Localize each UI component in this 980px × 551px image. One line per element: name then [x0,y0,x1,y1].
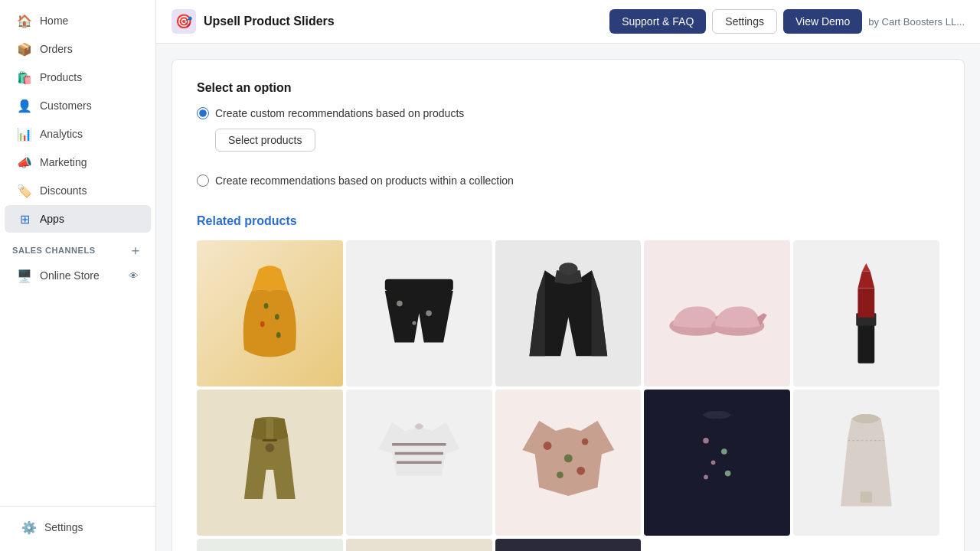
svg-rect-4 [385,279,453,291]
sidebar-item-customers-label: Customers [40,99,92,112]
product-card-3[interactable] [495,240,642,386]
product-card-2[interactable] [346,240,492,386]
product-card-5[interactable] [793,240,939,386]
discounts-icon: 🏷️ [17,183,32,198]
online-store-label: Online Store [40,269,100,282]
app-by-text: by Cart Boosters LL... [868,16,965,28]
svg-rect-14 [263,439,277,442]
sidebar-item-customers[interactable]: 👤 Customers [5,92,151,119]
apps-icon: ⊞ [17,211,32,227]
app-icon: 🎯 [172,9,196,34]
product-card-6[interactable] [197,390,343,536]
marketing-icon: 📣 [17,155,32,170]
select-products-wrapper: Select products [197,129,939,164]
sidebar-bottom: ⚙️ Settings [0,506,155,551]
option1-radio[interactable] [197,107,209,119]
settings-icon: ⚙️ [21,520,37,535]
svg-point-6 [426,311,432,317]
top-bar-actions: Support & FAQ Settings View Demo [609,9,862,34]
svg-point-3 [276,332,281,338]
svg-rect-29 [861,491,872,502]
view-demo-button[interactable]: View Demo [783,9,862,34]
svg-point-28 [704,474,709,479]
product-card-8[interactable] [495,390,642,536]
product-card-9[interactable] [644,390,790,536]
app-icon-emoji: 🎯 [175,13,192,30]
app-title: Upsell Product Sliders [204,15,335,28]
svg-point-23 [577,467,585,475]
product-card-1[interactable] [197,240,343,386]
product-card-10[interactable] [793,390,939,536]
sales-channels-title: SALES CHANNELS [12,246,96,255]
orders-icon: 📦 [17,41,32,57]
content-area: Select an option Create custom recommend… [156,44,980,551]
svg-point-1 [275,314,279,320]
sidebar-item-discounts[interactable]: 🏷️ Discounts [5,177,151,204]
svg-point-8 [559,262,577,275]
product-card-12[interactable] [346,539,492,551]
svg-point-22 [557,471,564,478]
svg-point-24 [704,438,710,444]
option2-radio[interactable] [197,174,209,187]
sidebar-nav: 🏠 Home 📦 Orders 🛍️ Products 👤 Customers … [0,0,155,506]
main-area: 🎯 Upsell Product Sliders Support & FAQ S… [156,0,980,551]
sidebar-item-orders[interactable]: 📦 Orders [5,35,151,63]
product-card-11[interactable] [197,539,343,551]
svg-rect-11 [858,321,875,364]
sidebar-item-apps[interactable]: ⊞ Apps [5,205,151,233]
svg-point-21 [581,439,588,445]
sidebar-item-settings-label: Settings [44,521,83,533]
support-faq-button[interactable]: Support & FAQ [609,9,706,34]
svg-rect-13 [858,289,875,318]
svg-point-26 [711,460,716,465]
select-option-title: Select an option [197,81,939,95]
sidebar-item-settings[interactable]: ⚙️ Settings [9,514,146,541]
analytics-icon: 📊 [17,126,32,142]
online-store-icon: 🖥️ [17,268,32,283]
top-bar: 🎯 Upsell Product Sliders Support & FAQ S… [156,0,980,44]
option2-label: Create recommendations based on products… [215,174,514,187]
sidebar-item-marketing-label: Marketing [40,156,87,168]
products-icon: 🛍️ [17,70,32,85]
sidebar: 🏠 Home 📦 Orders 🛍️ Products 👤 Customers … [0,0,156,551]
sales-channels-section: SALES CHANNELS ＋ [0,233,155,261]
sidebar-item-analytics-label: Analytics [40,128,83,140]
top-bar-right: Support & FAQ Settings View Demo by Cart… [609,9,965,34]
svg-point-20 [564,454,573,462]
related-products-title: Related products [197,214,939,228]
settings-button[interactable]: Settings [712,9,777,34]
home-icon: 🏠 [17,13,32,28]
svg-point-19 [543,442,551,450]
sidebar-item-home[interactable]: 🏠 Home [5,7,151,34]
sidebar-item-orders-label: Orders [40,43,73,55]
customers-icon: 👤 [17,98,32,113]
online-store-visibility-icon: 👁 [129,270,139,282]
sidebar-item-online-store[interactable]: 🖥️ Online Store 👁 [5,262,151,289]
svg-point-27 [725,471,731,477]
option1-label: Create custom recommendations based on p… [215,107,464,119]
sidebar-item-analytics[interactable]: 📊 Analytics [5,120,151,148]
select-products-button[interactable]: Select products [215,129,315,152]
products-grid [197,240,939,551]
sidebar-item-products[interactable]: 🛍️ Products [5,64,151,91]
svg-point-2 [260,321,265,328]
svg-point-0 [264,303,269,309]
content-card: Select an option Create custom recommend… [172,59,965,551]
option2-radio-group: Create recommendations based on products… [197,174,939,187]
app-title-area: 🎯 Upsell Product Sliders [172,9,335,34]
svg-point-25 [722,448,728,455]
svg-point-7 [412,321,416,325]
sidebar-item-products-label: Products [40,71,82,83]
sidebar-item-home-label: Home [40,15,68,27]
sidebar-item-apps-label: Apps [40,213,64,225]
sidebar-item-discounts-label: Discounts [40,184,87,197]
svg-point-15 [266,443,274,452]
product-card-7[interactable] [346,390,492,536]
svg-point-5 [397,301,403,307]
product-card-4[interactable] [644,240,790,386]
option1-radio-group: Create custom recommendations based on p… [197,107,939,119]
sidebar-item-marketing[interactable]: 📣 Marketing [5,148,151,176]
product-card-13[interactable] [495,539,642,551]
add-sales-channel-button[interactable]: ＋ [128,243,143,258]
